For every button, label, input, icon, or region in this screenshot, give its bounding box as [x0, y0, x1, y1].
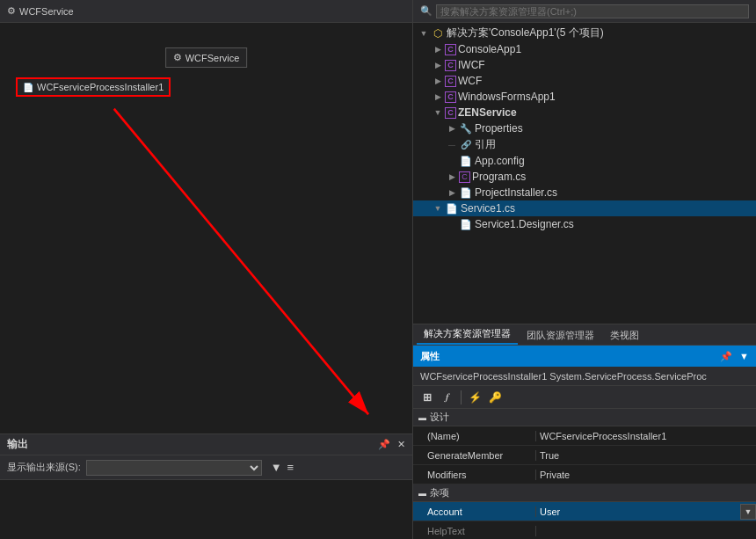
props-row-account[interactable]: Account User ▼ [413, 502, 756, 521]
component-instance-box[interactable]: 📄 WCFserviceProcessInstaller1 [16, 77, 171, 97]
se-label-service1: Service1.cs [461, 202, 515, 215]
component-title-icon: ⚙ [173, 52, 182, 63]
csharp-icon-iwcf: C [445, 60, 456, 71]
props-pin-icon[interactable]: 📌 [720, 351, 732, 362]
props-section-misc[interactable]: ▬ 杂项 [413, 484, 756, 502]
expand-programcs-icon: ▶ [445, 170, 459, 184]
props-row-generatemember[interactable]: GenerateMember True [413, 446, 756, 465]
se-label-winforms: WindowsFormsApp1 [458, 91, 556, 103]
se-node-references[interactable]: — 🔗 引用 [413, 136, 756, 153]
se-node-consoleapp1[interactable]: ▶ C ConsoleApp1 [413, 41, 756, 57]
appconfig-icon: 📄 [459, 154, 473, 168]
se-label-appconfig: App.config [475, 155, 525, 167]
se-label-references: 引用 [475, 137, 496, 152]
props-name-modifiers: Modifiers [413, 470, 536, 480]
se-label-properties: Properties [475, 122, 523, 135]
props-name-generatemember: GenerateMember [413, 450, 536, 461]
designer-tab[interactable]: ⚙ WCFService [0, 0, 412, 23]
service1-icon: 📄 [445, 201, 459, 215]
expand-iwcf-icon: ▶ [431, 58, 445, 72]
output-toolbar: 显示输出来源(S): ▼ ≡ [0, 455, 412, 480]
se-node-wcf[interactable]: ▶ C WCF [413, 73, 756, 89]
output-source-label: 显示输出来源(S): [7, 461, 81, 474]
props-name-account: Account [413, 506, 536, 517]
props-object-name: WCFserviceProcessInstaller1 System.Servi… [413, 367, 756, 386]
se-node-service1[interactable]: ▼ 📄 Service1.cs [413, 200, 756, 216]
props-section-misc-collapse: ▬ [418, 489, 426, 498]
props-account-dropdown[interactable]: ▼ [740, 504, 756, 520]
csharp-icon-consoleapp1: C [445, 44, 456, 55]
props-object-label: WCFserviceProcessInstaller1 System.Servi… [420, 371, 707, 382]
output-panel: 输出 📌 ✕ 显示输出来源(S): ▼ ≡ [0, 433, 412, 539]
props-section-design[interactable]: ▬ 设计 [413, 409, 756, 426]
se-label-consoleapp1: ConsoleApp1 [458, 43, 521, 55]
se-node-root[interactable]: ▼ ⬡ 解决方案'ConsoleApp1'(5 个项目) [413, 25, 756, 41]
props-table: ▬ 设计 (Name) WCFserviceProcessInstaller1 … [413, 409, 756, 539]
output-toolbar-icon1[interactable]: ▼ [271, 461, 282, 474]
props-row-name[interactable]: (Name) WCFserviceProcessInstaller1 [413, 426, 756, 446]
se-label-iwcf: IWCF [458, 59, 485, 71]
se-label-service1designer: Service1.Designer.cs [475, 218, 574, 230]
expand-service1-icon: ▼ [431, 201, 445, 215]
se-tabs: 解决方案资源管理器 团队资源管理器 类视图 [413, 324, 756, 345]
output-pin-icon[interactable]: 📌 [378, 439, 390, 450]
se-node-zenservice[interactable]: ▼ C ZENService [413, 105, 756, 120]
props-row-modifiers[interactable]: Modifiers Private [413, 465, 756, 484]
props-tb-key-icon[interactable]: 🔑 [486, 389, 504, 406]
designer-tab-label: WCFService [19, 6, 74, 17]
tab-solution-explorer[interactable]: 解决方案资源管理器 [417, 324, 518, 345]
props-section-misc-label: 杂项 [430, 486, 449, 499]
se-label-programcs: Program.cs [472, 171, 526, 183]
references-icon: 🔗 [459, 138, 473, 152]
props-section-design-label: 设计 [430, 411, 449, 424]
se-label-zenservice: ZENService [458, 106, 517, 119]
component-title-label: WCFService [185, 53, 240, 63]
props-menu-icon[interactable]: ▼ [739, 351, 749, 362]
solution-explorer: 🔍 ▼ ⬡ 解决方案'ConsoleApp1'(5 个项目) ▶ C Conso… [413, 0, 756, 346]
tab-team-explorer[interactable]: 团队资源管理器 [520, 326, 601, 345]
service1designer-icon: 📄 [459, 217, 473, 231]
expand-properties-icon: ▶ [445, 121, 459, 135]
output-toolbar-icon2[interactable]: ≡ [287, 461, 294, 474]
props-tb-grid-icon[interactable]: ⊞ [418, 389, 436, 406]
props-tb-alpha-icon[interactable]: 𝒇 [439, 389, 456, 406]
se-root-label: 解决方案'ConsoleApp1'(5 个项目) [447, 25, 604, 40]
svg-line-1 [114, 109, 368, 415]
props-value-name: WCFserviceProcessInstaller1 [536, 431, 756, 441]
props-row-helptext[interactable]: HelpText [413, 521, 756, 539]
se-label-projectinstaller: ProjectInstaller.cs [475, 186, 557, 199]
se-node-projectinstaller[interactable]: ▶ 📄 ProjectInstaller.cs [413, 185, 756, 200]
se-node-appconfig[interactable]: 📄 App.config [413, 153, 756, 169]
se-label-wcf: WCF [458, 75, 482, 87]
designer-tab-icon: ⚙ [7, 5, 16, 17]
props-tb-event-icon[interactable]: ⚡ [466, 389, 483, 406]
output-title: 输出 [7, 437, 28, 452]
props-header: 属性 📌 ▼ [413, 346, 756, 367]
csharp-icon-zenservice: C [445, 107, 456, 119]
props-section-design-collapse: ▬ [418, 413, 426, 422]
props-value-account-container: User ▼ [536, 504, 756, 520]
tab-class-view[interactable]: 类视图 [603, 326, 646, 345]
output-source-select[interactable] [86, 460, 262, 476]
se-search-bar: 🔍 [413, 0, 756, 23]
se-node-properties[interactable]: ▶ 🔧 Properties [413, 120, 756, 136]
props-value-generatemember: True [536, 450, 756, 461]
output-close-icon[interactable]: ✕ [397, 439, 405, 450]
properties-icon: 🔧 [459, 121, 473, 135]
expand-zenservice-icon: ▼ [431, 106, 445, 120]
props-tb-separator1 [461, 390, 462, 404]
se-node-winforms[interactable]: ▶ C WindowsFormsApp1 [413, 89, 756, 105]
component-title-box: ⚙ WCFService [165, 47, 248, 68]
se-search-input[interactable] [436, 4, 749, 18]
output-header: 输出 📌 ✕ [0, 434, 412, 455]
component-instance-label: WCFserviceProcessInstaller1 [37, 82, 164, 92]
props-value-modifiers: Private [536, 470, 756, 480]
props-name-name: (Name) [413, 431, 536, 441]
solution-icon: ⬡ [431, 26, 445, 40]
se-node-programcs[interactable]: ▶ C Program.cs [413, 169, 756, 185]
properties-panel: 属性 📌 ▼ WCFserviceProcessInstaller1 Syste… [413, 346, 756, 539]
se-node-service1designer[interactable]: 📄 Service1.Designer.cs [413, 216, 756, 232]
csharp-icon-wcf: C [445, 76, 456, 87]
se-node-iwcf[interactable]: ▶ C IWCF [413, 57, 756, 73]
expand-root-icon: ▼ [417, 26, 431, 40]
